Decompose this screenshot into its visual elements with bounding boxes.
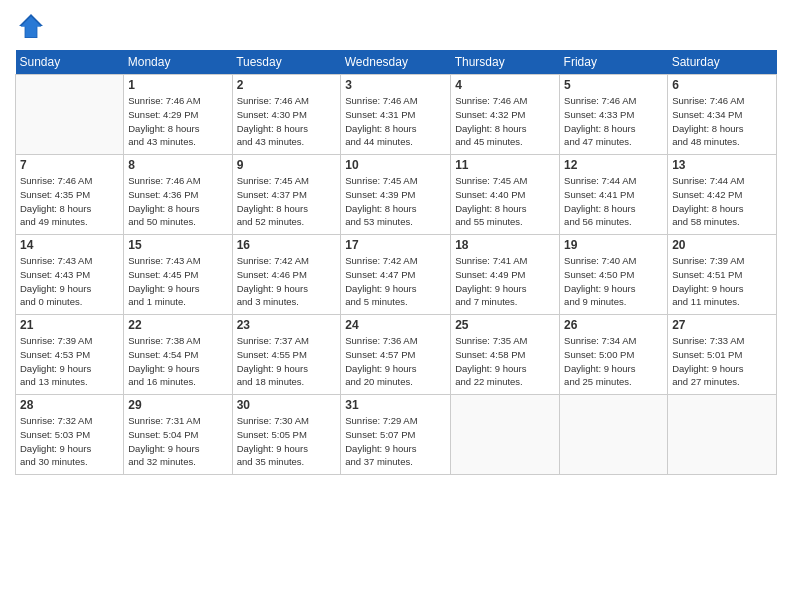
day-info: Sunrise: 7:38 AMSunset: 4:54 PMDaylight:… [128, 334, 227, 389]
day-number: 2 [237, 78, 337, 92]
calendar-cell: 9Sunrise: 7:45 AMSunset: 4:37 PMDaylight… [232, 155, 341, 235]
day-info: Sunrise: 7:43 AMSunset: 4:45 PMDaylight:… [128, 254, 227, 309]
day-info: Sunrise: 7:46 AMSunset: 4:34 PMDaylight:… [672, 94, 772, 149]
day-info: Sunrise: 7:46 AMSunset: 4:31 PMDaylight:… [345, 94, 446, 149]
calendar-cell: 16Sunrise: 7:42 AMSunset: 4:46 PMDayligh… [232, 235, 341, 315]
calendar-header: SundayMondayTuesdayWednesdayThursdayFrid… [16, 50, 777, 75]
day-number: 30 [237, 398, 337, 412]
calendar-table: SundayMondayTuesdayWednesdayThursdayFrid… [15, 50, 777, 475]
calendar-cell: 10Sunrise: 7:45 AMSunset: 4:39 PMDayligh… [341, 155, 451, 235]
day-number: 20 [672, 238, 772, 252]
day-number: 5 [564, 78, 663, 92]
calendar-cell: 5Sunrise: 7:46 AMSunset: 4:33 PMDaylight… [560, 75, 668, 155]
day-number: 22 [128, 318, 227, 332]
logo-icon [15, 10, 47, 42]
day-info: Sunrise: 7:34 AMSunset: 5:00 PMDaylight:… [564, 334, 663, 389]
day-info: Sunrise: 7:35 AMSunset: 4:58 PMDaylight:… [455, 334, 555, 389]
day-info: Sunrise: 7:45 AMSunset: 4:39 PMDaylight:… [345, 174, 446, 229]
calendar-cell: 27Sunrise: 7:33 AMSunset: 5:01 PMDayligh… [668, 315, 777, 395]
day-info: Sunrise: 7:42 AMSunset: 4:47 PMDaylight:… [345, 254, 446, 309]
week-row-1: 1Sunrise: 7:46 AMSunset: 4:29 PMDaylight… [16, 75, 777, 155]
calendar-cell: 14Sunrise: 7:43 AMSunset: 4:43 PMDayligh… [16, 235, 124, 315]
calendar-cell [451, 395, 560, 475]
day-info: Sunrise: 7:46 AMSunset: 4:33 PMDaylight:… [564, 94, 663, 149]
day-number: 31 [345, 398, 446, 412]
day-number: 1 [128, 78, 227, 92]
day-number: 12 [564, 158, 663, 172]
calendar-cell: 3Sunrise: 7:46 AMSunset: 4:31 PMDaylight… [341, 75, 451, 155]
calendar-cell: 28Sunrise: 7:32 AMSunset: 5:03 PMDayligh… [16, 395, 124, 475]
header-day-saturday: Saturday [668, 50, 777, 75]
page-container: SundayMondayTuesdayWednesdayThursdayFrid… [0, 0, 792, 485]
day-number: 8 [128, 158, 227, 172]
calendar-cell: 22Sunrise: 7:38 AMSunset: 4:54 PMDayligh… [124, 315, 232, 395]
header-day-monday: Monday [124, 50, 232, 75]
day-number: 10 [345, 158, 446, 172]
day-info: Sunrise: 7:39 AMSunset: 4:53 PMDaylight:… [20, 334, 119, 389]
week-row-5: 28Sunrise: 7:32 AMSunset: 5:03 PMDayligh… [16, 395, 777, 475]
day-number: 26 [564, 318, 663, 332]
week-row-2: 7Sunrise: 7:46 AMSunset: 4:35 PMDaylight… [16, 155, 777, 235]
day-info: Sunrise: 7:31 AMSunset: 5:04 PMDaylight:… [128, 414, 227, 469]
calendar-cell: 18Sunrise: 7:41 AMSunset: 4:49 PMDayligh… [451, 235, 560, 315]
calendar-cell: 26Sunrise: 7:34 AMSunset: 5:00 PMDayligh… [560, 315, 668, 395]
day-info: Sunrise: 7:46 AMSunset: 4:29 PMDaylight:… [128, 94, 227, 149]
calendar-cell: 25Sunrise: 7:35 AMSunset: 4:58 PMDayligh… [451, 315, 560, 395]
day-info: Sunrise: 7:44 AMSunset: 4:41 PMDaylight:… [564, 174, 663, 229]
day-number: 24 [345, 318, 446, 332]
day-info: Sunrise: 7:30 AMSunset: 5:05 PMDaylight:… [237, 414, 337, 469]
day-number: 13 [672, 158, 772, 172]
calendar-cell [560, 395, 668, 475]
day-number: 21 [20, 318, 119, 332]
header-row: SundayMondayTuesdayWednesdayThursdayFrid… [16, 50, 777, 75]
header-day-sunday: Sunday [16, 50, 124, 75]
day-number: 28 [20, 398, 119, 412]
header-day-wednesday: Wednesday [341, 50, 451, 75]
day-info: Sunrise: 7:37 AMSunset: 4:55 PMDaylight:… [237, 334, 337, 389]
day-info: Sunrise: 7:46 AMSunset: 4:36 PMDaylight:… [128, 174, 227, 229]
header-day-tuesday: Tuesday [232, 50, 341, 75]
calendar-cell: 21Sunrise: 7:39 AMSunset: 4:53 PMDayligh… [16, 315, 124, 395]
calendar-cell: 12Sunrise: 7:44 AMSunset: 4:41 PMDayligh… [560, 155, 668, 235]
day-info: Sunrise: 7:44 AMSunset: 4:42 PMDaylight:… [672, 174, 772, 229]
calendar-cell: 31Sunrise: 7:29 AMSunset: 5:07 PMDayligh… [341, 395, 451, 475]
day-info: Sunrise: 7:39 AMSunset: 4:51 PMDaylight:… [672, 254, 772, 309]
day-info: Sunrise: 7:45 AMSunset: 4:37 PMDaylight:… [237, 174, 337, 229]
day-info: Sunrise: 7:42 AMSunset: 4:46 PMDaylight:… [237, 254, 337, 309]
header-day-friday: Friday [560, 50, 668, 75]
day-number: 29 [128, 398, 227, 412]
calendar-cell: 11Sunrise: 7:45 AMSunset: 4:40 PMDayligh… [451, 155, 560, 235]
day-number: 17 [345, 238, 446, 252]
day-number: 9 [237, 158, 337, 172]
day-number: 18 [455, 238, 555, 252]
calendar-cell: 23Sunrise: 7:37 AMSunset: 4:55 PMDayligh… [232, 315, 341, 395]
calendar-cell: 24Sunrise: 7:36 AMSunset: 4:57 PMDayligh… [341, 315, 451, 395]
calendar-cell: 17Sunrise: 7:42 AMSunset: 4:47 PMDayligh… [341, 235, 451, 315]
day-number: 11 [455, 158, 555, 172]
day-info: Sunrise: 7:32 AMSunset: 5:03 PMDaylight:… [20, 414, 119, 469]
day-number: 4 [455, 78, 555, 92]
day-info: Sunrise: 7:43 AMSunset: 4:43 PMDaylight:… [20, 254, 119, 309]
day-info: Sunrise: 7:41 AMSunset: 4:49 PMDaylight:… [455, 254, 555, 309]
calendar-cell: 19Sunrise: 7:40 AMSunset: 4:50 PMDayligh… [560, 235, 668, 315]
calendar-cell: 29Sunrise: 7:31 AMSunset: 5:04 PMDayligh… [124, 395, 232, 475]
calendar-cell: 7Sunrise: 7:46 AMSunset: 4:35 PMDaylight… [16, 155, 124, 235]
day-number: 23 [237, 318, 337, 332]
day-info: Sunrise: 7:45 AMSunset: 4:40 PMDaylight:… [455, 174, 555, 229]
calendar-cell: 20Sunrise: 7:39 AMSunset: 4:51 PMDayligh… [668, 235, 777, 315]
calendar-body: 1Sunrise: 7:46 AMSunset: 4:29 PMDaylight… [16, 75, 777, 475]
header [15, 10, 777, 42]
calendar-cell [668, 395, 777, 475]
day-number: 14 [20, 238, 119, 252]
day-info: Sunrise: 7:46 AMSunset: 4:35 PMDaylight:… [20, 174, 119, 229]
calendar-cell: 2Sunrise: 7:46 AMSunset: 4:30 PMDaylight… [232, 75, 341, 155]
calendar-cell: 8Sunrise: 7:46 AMSunset: 4:36 PMDaylight… [124, 155, 232, 235]
day-number: 16 [237, 238, 337, 252]
day-number: 3 [345, 78, 446, 92]
header-day-thursday: Thursday [451, 50, 560, 75]
calendar-cell [16, 75, 124, 155]
day-info: Sunrise: 7:29 AMSunset: 5:07 PMDaylight:… [345, 414, 446, 469]
day-info: Sunrise: 7:40 AMSunset: 4:50 PMDaylight:… [564, 254, 663, 309]
day-number: 7 [20, 158, 119, 172]
day-info: Sunrise: 7:46 AMSunset: 4:30 PMDaylight:… [237, 94, 337, 149]
